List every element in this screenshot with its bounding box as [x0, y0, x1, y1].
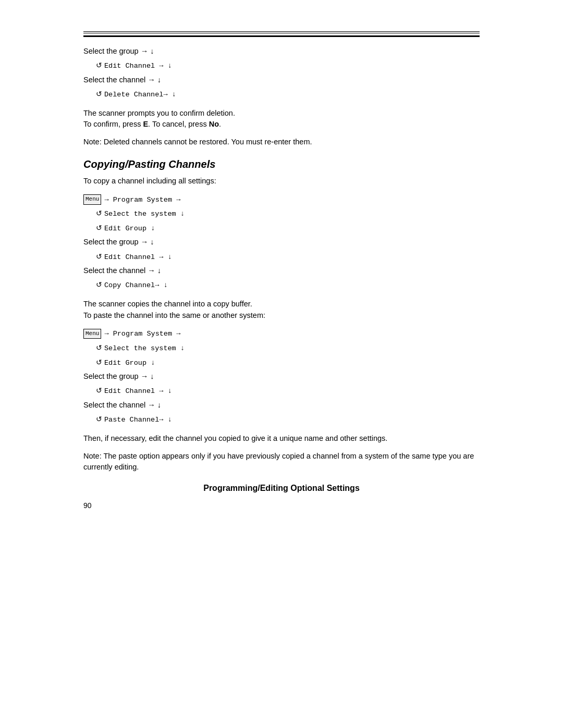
copy-step-menu-1: Menu → Program System → [83, 193, 480, 206]
paste-step-menu-1: Menu → Program System → [83, 327, 480, 340]
copy-note-paragraph: The scanner copies the channel into a co… [83, 299, 480, 322]
delete-channel-steps: Select the group → ↓ ↺Edit Channel → ↓ S… [83, 45, 480, 101]
menu-badge-1: Menu [83, 194, 101, 205]
copy-step-select-system-1: ↺Select the system ↓ [96, 207, 480, 220]
refresh-icon-5: ↺ [96, 251, 102, 262]
refresh-icon-9: ↺ [96, 385, 102, 396]
copy-step-select-group: Select the group → ↓ [83, 236, 480, 248]
step-mono-text: Edit Channel → ↓ [104, 62, 172, 70]
copy-step-edit-channel-text: Edit Channel → ↓ [104, 253, 172, 261]
paste-step-system-text: Select the system ↓ [104, 344, 185, 352]
refresh-icon-2: ↺ [96, 88, 102, 100]
step-text: Select the group → ↓ [83, 47, 154, 55]
refresh-icon-3: ↺ [96, 207, 102, 219]
refresh-icon-8: ↺ [96, 356, 102, 368]
step-select-group-1: Select the group → ↓ [83, 45, 480, 57]
copy-step-copy-channel-text: Copy Channel→ ↓ [104, 281, 168, 289]
paste-note2-paragraph: Note: The paste option appears only if y… [83, 451, 480, 474]
paste-step-select-system: ↺Select the system ↓ [96, 342, 480, 354]
paste-step-select-group: Select the group → ↓ [83, 371, 480, 382]
page-container: Select the group → ↓ ↺Edit Channel → ↓ S… [83, 31, 480, 510]
copy-step-select-channel: Select the channel → ↓ [83, 265, 480, 277]
programming-heading: Programming/Editing Optional Settings [83, 484, 480, 493]
paste-note1-paragraph: Then, if necessary, edit the channel you… [83, 433, 480, 445]
paste-steps-block: Menu → Program System → ↺Select the syst… [83, 327, 480, 425]
refresh-icon-6: ↺ [96, 279, 102, 290]
paste-step-menu-text: → Program System → [104, 330, 180, 338]
section-rule [83, 35, 480, 37]
refresh-icon-4: ↺ [96, 222, 102, 233]
copy-step-edit-group-text: Edit Group ↓ [104, 225, 155, 232]
paste-step-edit-channel-text: Edit Channel → ↓ [104, 387, 172, 395]
refresh-icon-1: ↺ [96, 59, 102, 71]
copy-steps-block: Menu → Program System → ↺Select the syst… [83, 193, 480, 291]
paste-step-edit-group: ↺Edit Group ↓ [96, 356, 480, 369]
paste-step-paste-channel: ↺Paste Channel→ ↓ [96, 413, 480, 426]
copying-pasting-heading: Copying/Pasting Channels [83, 158, 480, 170]
copy-step-menu-text-1: → Program System → [104, 196, 180, 204]
menu-badge-2: Menu [83, 329, 101, 339]
paste-step-edit-channel: ↺Edit Channel → ↓ [96, 385, 480, 397]
copy-step-edit-group-1: ↺Edit Group ↓ [96, 222, 480, 235]
paste-step-select-group-text: Select the group → ↓ [83, 372, 154, 380]
paste-step-edit-group-text: Edit Group ↓ [104, 359, 155, 367]
paste-step-paste-channel-text: Paste Channel→ ↓ [104, 416, 172, 424]
refresh-icon-10: ↺ [96, 413, 102, 425]
copy-step-copy-channel: ↺Copy Channel→ ↓ [96, 279, 480, 291]
delete-note-paragraph: Note: Deleted channels cannot be restore… [83, 137, 480, 148]
step-text-2: Select the channel → ↓ [83, 76, 161, 84]
copy-step-select-group-text: Select the group → ↓ [83, 238, 154, 246]
step-select-channel-1: Select the channel → ↓ [83, 74, 480, 86]
copy-intro: To copy a channel including all settings… [83, 176, 480, 187]
page-number: 90 [83, 501, 480, 510]
paste-step-select-channel: Select the channel → ↓ [83, 399, 480, 411]
refresh-icon-7: ↺ [96, 342, 102, 353]
step-edit-channel-1: ↺Edit Channel → ↓ [96, 59, 480, 72]
step-delete-channel: ↺Delete Channel→ ↓ [96, 88, 480, 101]
copy-step-select-channel-text: Select the channel → ↓ [83, 266, 161, 275]
paste-step-select-channel-text: Select the channel → ↓ [83, 401, 161, 409]
copy-step-system-text: Select the system ↓ [104, 210, 185, 218]
delete-confirm-paragraph: The scanner prompts you to confirm delet… [83, 108, 480, 131]
copy-step-edit-channel-1: ↺Edit Channel → ↓ [96, 251, 480, 263]
step-mono-delete: Delete Channel→ ↓ [104, 91, 176, 98]
top-double-rule [83, 31, 480, 33]
